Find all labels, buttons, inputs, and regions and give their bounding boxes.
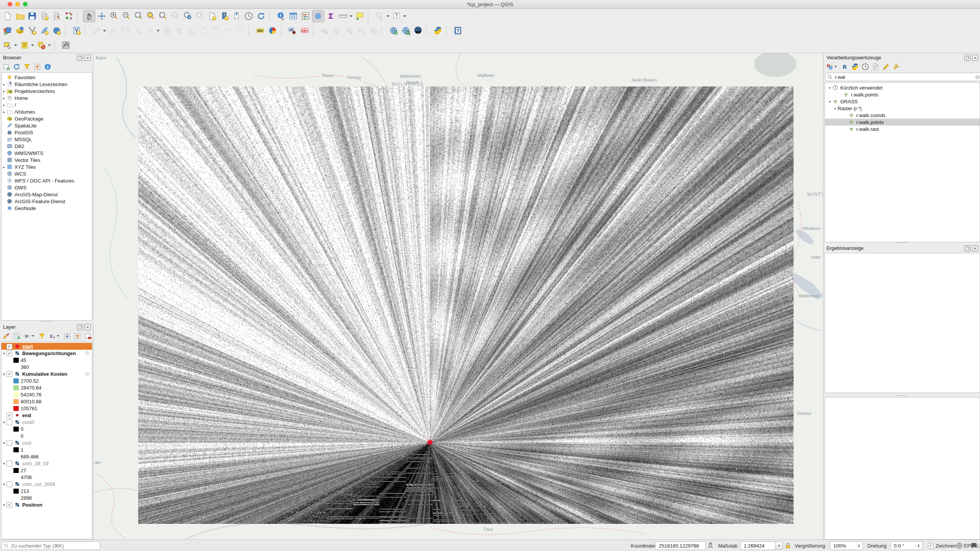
layer-close-icon[interactable]: ✕: [85, 324, 91, 330]
processing-float-icon[interactable]: ❐: [964, 55, 970, 61]
expander-icon[interactable]: ▾: [2, 351, 7, 355]
browser-item-projektverzeichnis[interactable]: ▸Projektverzeichnis: [2, 88, 92, 95]
browser-close-icon[interactable]: ✕: [85, 55, 91, 61]
remove-layer-button[interactable]: [84, 332, 92, 340]
browser-item-db2[interactable]: DB2DB2: [2, 143, 92, 150]
lock-icon[interactable]: [784, 542, 792, 549]
zoom-out-button[interactable]: −: [121, 10, 132, 22]
browser-float-icon[interactable]: ❐: [77, 55, 83, 61]
layer-row-end[interactable]: ✓end: [2, 412, 92, 419]
legend-row-54240-76[interactable]: 54240.76: [2, 391, 92, 398]
add-spatialite-layer-button[interactable]: *: [39, 25, 50, 36]
python-console-button[interactable]: [432, 25, 444, 36]
browser-item--volumes[interactable]: ▸/Volumes: [2, 108, 92, 115]
legend-row-2700-52[interactable]: 2700.52: [2, 377, 92, 384]
scale-box[interactable]: [740, 541, 776, 550]
results-float-icon[interactable]: ❐: [964, 245, 970, 251]
move-label-button[interactable]: abc: [343, 25, 355, 36]
coordinate-input[interactable]: [658, 543, 703, 549]
delete-selected-button[interactable]: [173, 25, 185, 36]
expander-icon[interactable]: ▸: [2, 82, 7, 86]
filter-expression-button[interactable]: ε: [48, 332, 61, 340]
processing-item-k-rzlich-verwendet[interactable]: ▾Kürzlich verwendet: [825, 84, 980, 91]
browser-item-ows[interactable]: OWS: [2, 184, 92, 191]
processing-item-r-walk-rast[interactable]: r.walk.rast: [825, 126, 980, 132]
layer-visibility-checkbox[interactable]: ✓: [7, 350, 12, 356]
history-button[interactable]: [861, 63, 869, 71]
save-project-button[interactable]: [26, 10, 38, 22]
processing-item-r-walk-coords[interactable]: r.walk.coords: [825, 112, 980, 119]
rotation-box[interactable]: ▲▼: [890, 541, 923, 550]
current-edits-dropdown-icon[interactable]: [103, 30, 106, 32]
filter-browser-button[interactable]: [23, 63, 31, 71]
add-wms-layer-button[interactable]: +: [388, 25, 399, 36]
text-annotation-dropdown-icon[interactable]: [403, 15, 406, 17]
browser-item-vector-tiles[interactable]: Vector Tiles: [2, 156, 92, 163]
layer-visibility-checkbox[interactable]: [7, 419, 12, 425]
collapse-all-button[interactable]: [33, 63, 41, 71]
browser-item-wms-wmts[interactable]: WMS/WMTS: [2, 150, 92, 156]
expander-icon[interactable]: ▾: [833, 106, 838, 111]
map-canvas[interactable]: BainsThannCernayWittenheimMüllheimIllzac…: [93, 53, 823, 540]
sum-features-button[interactable]: Σ: [325, 10, 336, 22]
python-scripts-button[interactable]: [851, 63, 859, 71]
legend-row-2898[interactable]: 2898: [2, 494, 92, 501]
undo-button[interactable]: [222, 25, 234, 36]
zoom-native-button[interactable]: 1:1: [170, 10, 181, 22]
paste-features-button[interactable]: [210, 25, 222, 36]
legend-row-0[interactable]: 0: [2, 425, 92, 432]
legend-row-0[interactable]: 0: [2, 432, 92, 439]
pin-labels-button[interactable]: ab: [287, 25, 298, 36]
layer-row-start[interactable]: ✓start: [2, 343, 92, 350]
browser-item-wcs[interactable]: WCS: [2, 170, 92, 177]
legend-row-80010-88[interactable]: 80010.88: [2, 398, 92, 405]
magnifier-box[interactable]: ▲▼: [830, 541, 863, 550]
search-layers-button[interactable]: [400, 25, 412, 36]
scale-input[interactable]: [743, 543, 773, 549]
locator-input[interactable]: [10, 543, 98, 549]
new-bookmark-button[interactable]: *: [206, 10, 218, 22]
map-themes-button[interactable]: [23, 332, 36, 340]
legend-row-1[interactable]: 1: [2, 446, 92, 453]
zoom-next-button[interactable]: >: [194, 10, 206, 22]
browser-item--[interactable]: ▸/: [2, 101, 92, 108]
zoom-to-layer-button[interactable]: [157, 10, 169, 22]
expander-icon[interactable]: ▾: [827, 99, 832, 104]
select-features-dropdown-icon[interactable]: [14, 44, 17, 46]
add-vector-layer-button[interactable]: [14, 25, 26, 36]
processing-item-r-walk-points[interactable]: r.walk.points: [825, 119, 980, 126]
processing-search-input[interactable]: [834, 74, 973, 80]
bookmark-manager-button[interactable]: [231, 10, 242, 22]
temporal-controller-button[interactable]: [243, 10, 255, 22]
processing-results-splitter[interactable]: ••••••: [823, 241, 980, 244]
layer-float-icon[interactable]: ❐: [77, 324, 83, 330]
data-source-manager-button[interactable]: +: [2, 25, 13, 36]
zoom-in-button[interactable]: +: [108, 10, 120, 22]
deselect-features-dropdown-icon[interactable]: [48, 44, 51, 46]
style-manager-button[interactable]: a: [63, 10, 75, 22]
crs-icon[interactable]: [956, 542, 963, 549]
legend-row-213[interactable]: 213: [2, 487, 92, 494]
pan-to-selection-button[interactable]: [96, 10, 108, 22]
doc-active-button[interactable]: [872, 63, 880, 71]
pan-button[interactable]: [83, 10, 95, 22]
magnifier-spinner[interactable]: ▲▼: [856, 544, 860, 548]
legend-row-28470-64[interactable]: 28470.64: [2, 384, 92, 391]
open-project-button[interactable]: [14, 10, 26, 22]
zoom-last-button[interactable]: <: [182, 10, 193, 22]
redo-button[interactable]: [235, 25, 246, 36]
add-record-button[interactable]: [132, 25, 144, 36]
run-action-dropdown-icon[interactable]: [386, 15, 389, 17]
expander-icon[interactable]: ▾: [2, 372, 7, 376]
map-tips-button[interactable]: [354, 10, 366, 22]
metasearch-button[interactable]: [412, 25, 424, 36]
new-print-layout-button[interactable]: *: [39, 10, 50, 22]
expander-icon[interactable]: ▾: [2, 441, 7, 445]
browser-item-geopackage[interactable]: GeoPackage: [2, 115, 92, 122]
highlight-labels-button[interactable]: abc: [299, 25, 310, 36]
layer-visibility-checkbox[interactable]: [7, 461, 12, 466]
expander-icon[interactable]: ▾: [2, 420, 7, 424]
rotation-spinner[interactable]: ▲▼: [916, 544, 920, 548]
layer-visibility-checkbox[interactable]: ✓: [7, 371, 12, 377]
tracking-icon[interactable]: [707, 542, 714, 549]
